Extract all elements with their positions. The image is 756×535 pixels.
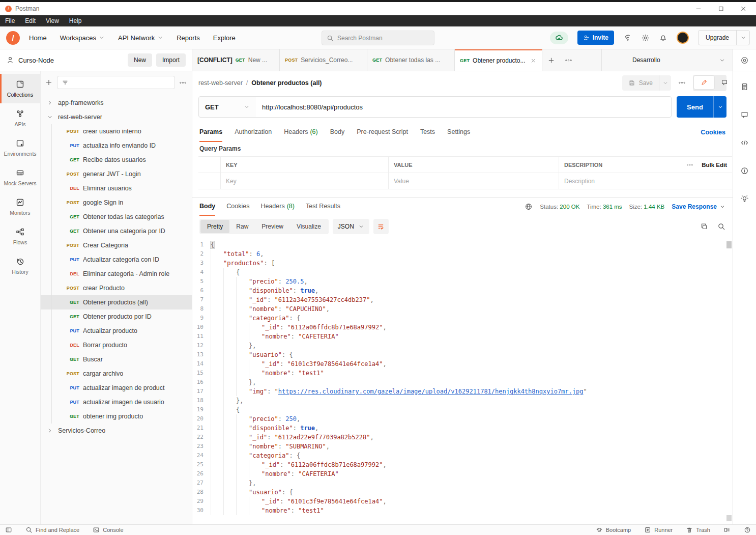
close-icon[interactable] <box>740 5 747 12</box>
comment-toggle[interactable] <box>714 76 735 89</box>
tree-folder[interactable]: app-frameworks <box>41 96 192 110</box>
nav-workspaces[interactable]: Workspaces <box>60 34 105 42</box>
response-link[interactable]: https://res.cloudinary.com/gazela/image/… <box>278 388 584 395</box>
scrollbar-thumb[interactable] <box>726 241 732 248</box>
bulk-edit-button[interactable]: Bulk Edit <box>702 162 727 168</box>
request-tab[interactable]: GETObtener todas las ... <box>367 49 455 71</box>
upgrade-chevron[interactable] <box>736 31 749 45</box>
copy-icon[interactable] <box>700 222 708 231</box>
notifications-bell-icon[interactable] <box>659 34 667 42</box>
response-tab-test-results[interactable]: Test Results <box>306 198 340 216</box>
tree-request[interactable]: PUTActualizar producto <box>41 324 192 338</box>
environment-selector[interactable]: Desarrollo <box>601 49 733 71</box>
tree-request[interactable]: PUTactualiza info enviando ID <box>41 138 192 153</box>
footer-trash[interactable]: Trash <box>686 526 710 533</box>
invite-button[interactable]: Invite <box>577 31 614 45</box>
response-tab-cookies[interactable]: Cookies <box>226 198 249 216</box>
settings-gear-icon[interactable] <box>641 34 650 42</box>
tree-request[interactable]: DELEliminar categoria - Admin role <box>41 267 192 281</box>
format-select[interactable]: JSON <box>333 219 369 234</box>
tree-request[interactable]: POSTgenerar JWT - Login <box>41 167 192 181</box>
tree-request[interactable]: POSTcargar archivo <box>41 367 192 381</box>
description-input[interactable]: Description <box>559 173 732 189</box>
tab-authorization[interactable]: Authorization <box>235 123 272 142</box>
rail-item-environments[interactable]: Environments <box>0 133 40 162</box>
footer-console[interactable]: Console <box>93 526 123 533</box>
tree-folder[interactable]: Servicios-Correo <box>41 424 192 438</box>
tab-settings[interactable]: Settings <box>447 123 470 142</box>
footer-bootcamp[interactable]: Bootcamp <box>596 526 631 533</box>
view-mode-visualize[interactable]: Visualize <box>290 220 328 233</box>
postman-logo-icon[interactable]: / <box>6 31 20 45</box>
nav-api-network[interactable]: API Network <box>118 34 163 42</box>
environment-quick-look[interactable] <box>733 49 756 71</box>
tree-request[interactable]: PUTActualizar categoría con ID <box>41 252 192 267</box>
nav-reports[interactable]: Reports <box>177 34 200 42</box>
method-select[interactable]: GET <box>199 103 256 111</box>
view-mode-raw[interactable]: Raw <box>229 220 255 233</box>
response-tab-headers[interactable]: Headers(8) <box>260 198 295 216</box>
rail-item-collections[interactable]: Collections <box>0 74 40 103</box>
rail-item-monitors[interactable]: Monitors <box>0 192 40 221</box>
rail-item-apis[interactable]: APIs <box>0 103 40 133</box>
tab-options-more-icon[interactable] <box>560 49 577 71</box>
view-mode-preview[interactable]: Preview <box>255 220 290 233</box>
response-scrollbar[interactable] <box>726 241 732 521</box>
footer-panes[interactable] <box>723 526 731 533</box>
request-response-splitter[interactable] <box>192 189 733 198</box>
menu-view[interactable]: View <box>46 17 59 24</box>
sidebar-more-icon[interactable] <box>179 79 187 87</box>
tab-close-icon[interactable] <box>530 58 537 64</box>
comment-icon[interactable] <box>740 110 749 119</box>
menu-file[interactable]: File <box>5 17 15 24</box>
avatar[interactable] <box>677 32 689 44</box>
url-input[interactable]: http://localhost:8080/api/productos <box>256 97 671 117</box>
tab-headers[interactable]: Headers(6) <box>284 123 318 142</box>
tree-request[interactable]: DELBorrar producto <box>41 338 192 352</box>
minimize-icon[interactable] <box>695 5 702 12</box>
key-input[interactable]: Key <box>221 173 389 189</box>
tree-request[interactable]: GETObtener todas las categorias <box>41 210 192 224</box>
documentation-icon[interactable] <box>740 82 749 91</box>
footer-find-and-replace[interactable]: Find and Replace <box>25 526 79 533</box>
workspace-name[interactable]: Curso-Node <box>18 57 124 64</box>
tree-request[interactable]: GETObtener productos (all) <box>41 295 192 309</box>
footer-help[interactable] <box>744 526 751 533</box>
new-tab-plus-icon[interactable] <box>542 49 560 71</box>
search-response-icon[interactable] <box>717 222 725 231</box>
request-more-icon[interactable] <box>678 79 686 87</box>
save-response-button[interactable]: Save Response <box>672 203 725 210</box>
upgrade-button[interactable]: Upgrade <box>698 30 750 45</box>
breadcrumb-parent[interactable]: rest-web-server <box>198 79 243 87</box>
tree-request[interactable]: GETObtener producto por ID <box>41 309 192 324</box>
view-mode-pretty[interactable]: Pretty <box>200 220 229 233</box>
save-chevron-icon[interactable] <box>659 75 671 91</box>
tree-request[interactable]: POSTCrear Categoria <box>41 238 192 252</box>
row-select-cell[interactable] <box>198 173 221 189</box>
tab-params[interactable]: Params <box>199 123 222 142</box>
response-tab-body[interactable]: Body <box>199 198 215 216</box>
edit-pencil-toggle[interactable] <box>694 76 714 89</box>
tree-request[interactable]: POSTcrear Producto <box>41 281 192 295</box>
nav-explore[interactable]: Explore <box>213 34 236 42</box>
tree-folder[interactable]: rest-web-server <box>41 110 192 124</box>
cookies-link[interactable]: Cookies <box>701 129 725 136</box>
column-options-more-icon[interactable] <box>686 161 693 168</box>
tree-request[interactable]: GETRecibe datos usuarios <box>41 153 192 167</box>
network-globe-icon[interactable] <box>525 203 533 211</box>
request-tab[interactable]: [CONFLICT]GETNew ... <box>192 49 280 71</box>
import-button[interactable]: Import <box>156 53 186 67</box>
tree-request[interactable]: POSTgoogle Sign in <box>41 195 192 210</box>
request-tab[interactable]: GETObtener producto... <box>455 49 542 71</box>
sidebar-filter-input[interactable] <box>57 76 175 89</box>
footer-runner[interactable]: Runner <box>644 526 673 533</box>
sync-cloud-icon[interactable] <box>550 32 568 44</box>
footer-sidebar-toggle[interactable] <box>5 526 12 533</box>
tree-request[interactable]: GETobtener img producto <box>41 409 192 424</box>
code-icon[interactable] <box>740 138 749 147</box>
wrap-lines-button[interactable] <box>373 219 389 234</box>
tab-pre-request-script[interactable]: Pre-request Script <box>357 123 408 142</box>
send-chevron-icon[interactable] <box>713 96 726 118</box>
value-input[interactable]: Value <box>389 173 559 189</box>
request-tab[interactable]: POSTServicios_Correo... <box>280 49 367 71</box>
